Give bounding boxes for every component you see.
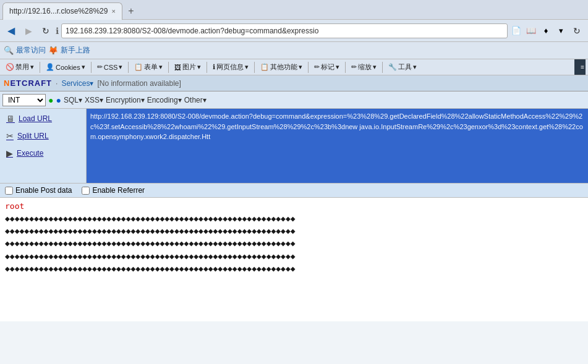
encoding-button[interactable]: Encoding▾ — [147, 96, 182, 104]
reader-view-icon[interactable]: 📖 — [525, 25, 537, 37]
encryption-button[interactable]: Encryption▾ — [106, 96, 145, 104]
other-label: 其他功能 — [270, 62, 297, 72]
binary-row: ◆◆◆◆◆◆◆◆◆◆◆◆◆◆◆◆◆◆◆◆◆◆◆◆◆◆◆◆◆◆◆◆◆◆◆◆◆◆◆◆… — [5, 263, 583, 274]
binary-row: ◆◆◆◆◆◆◆◆◆◆◆◆◆◆◆◆◆◆◆◆◆◆◆◆◆◆◆◆◆◆◆◆◆◆◆◆◆◆◆◆… — [5, 213, 583, 224]
cookies-chevron: ▾ — [82, 63, 85, 71]
url-input[interactable] — [61, 23, 508, 38]
bookmark-label: 标记 — [321, 62, 334, 72]
pageinfo-button[interactable]: ℹ 网页信息 ▾ — [210, 62, 252, 72]
toolbar-sep-3 — [128, 62, 129, 73]
images-chevron: ▾ — [197, 63, 201, 71]
netcraft-logo-craft: CRAFT — [22, 78, 52, 88]
other-int-button[interactable]: Other▾ — [184, 96, 207, 104]
cookies-label: Cookies — [56, 64, 80, 71]
netcraft-sep: · — [56, 79, 58, 88]
toolbar-overflow[interactable]: ≡ — [574, 59, 586, 75]
binary-row: ◆◆◆◆◆◆◆◆◆◆◆◆◆◆◆◆◆◆◆◆◆◆◆◆◆◆◆◆◆◆◆◆◆◆◆◆◆◆◆◆… — [5, 226, 583, 237]
images-button[interactable]: 🖼 图片 ▾ — [171, 62, 204, 72]
toolbar-sep-1 — [40, 62, 40, 73]
netcraft-logo-et: ET — [10, 78, 22, 88]
split-url-button[interactable]: ✂ Split URL — [2, 129, 83, 143]
bookmark-button[interactable]: ✏ 标记 ▾ — [311, 62, 343, 72]
binary-row: ◆◆◆◆◆◆◆◆◆◆◆◆◆◆◆◆◆◆◆◆◆◆◆◆◆◆◆◆◆◆◆◆◆◆◆◆◆◆◆◆… — [5, 251, 583, 262]
new-tab-button[interactable]: + — [122, 2, 140, 20]
most-visited-link[interactable]: 最常访问 — [16, 45, 46, 56]
bookmarks-bar: 🔍 最常访问 🦊 新手上路 — [0, 42, 588, 59]
refresh-button[interactable]: ↻ — [38, 23, 53, 38]
bookmark-icon: ✏ — [314, 63, 320, 71]
load-url-icon: 🖥 — [6, 114, 15, 124]
enable-post-label[interactable]: Enable Post data — [5, 186, 72, 195]
output-binary: ◆◆◆◆◆◆◆◆◆◆◆◆◆◆◆◆◆◆◆◆◆◆◆◆◆◆◆◆◆◆◆◆◆◆◆◆◆◆◆◆… — [5, 213, 583, 274]
other-icon: 📋 — [260, 63, 269, 71]
green-status-dot: ● — [48, 95, 53, 105]
netcraft-logo: NETCRAFT — [4, 78, 52, 88]
disable-label: 禁用 — [15, 62, 29, 72]
disable-chevron: ▾ — [30, 63, 34, 71]
sql-button[interactable]: SQL▾ — [64, 96, 82, 104]
search-bm-icon: 🔍 — [4, 46, 14, 55]
int-select[interactable]: INT GET POST — [2, 94, 46, 106]
netcraft-logo-net: N — [4, 78, 10, 88]
blue-status-dot: ● — [56, 95, 61, 105]
execute-button[interactable]: ▶ Execute — [2, 146, 83, 161]
zoom-label: 缩放 — [358, 62, 372, 72]
enable-post-checkbox[interactable] — [5, 187, 13, 195]
pageinfo-icon: ℹ — [213, 63, 215, 71]
enable-referrer-text: Enable Referrer — [92, 186, 145, 195]
enable-referrer-checkbox[interactable] — [82, 187, 90, 195]
tab-bar: http://192.16...r.close%28%29 × + — [0, 0, 588, 20]
tools-button[interactable]: 🔧 工具 ▾ — [385, 62, 420, 72]
split-url-label: Split URL — [17, 132, 49, 140]
forward-button[interactable]: ▶ — [21, 23, 36, 38]
toolbar-sep-8 — [345, 62, 346, 73]
bookmark-page-icon[interactable]: 📄 — [510, 25, 522, 37]
back-button[interactable]: ◀ — [4, 23, 19, 38]
forms-chevron: ▾ — [159, 63, 163, 71]
zoom-chevron: ▾ — [373, 63, 377, 71]
tab-title: http://192.16...r.close%28%29 — [9, 7, 108, 15]
toolbar-sep-2 — [91, 62, 92, 73]
load-url-label: Load URL — [19, 114, 52, 123]
dropdown-chevron-icon[interactable]: ▾ — [555, 25, 567, 37]
split-url-icon: ✂ — [6, 131, 14, 141]
post-data-row: Enable Post data Enable Referrer — [0, 183, 588, 198]
netcraft-bar: NETCRAFT · Services▾ [No information ava… — [0, 75, 588, 91]
address-actions: 📄 📖 ♦ ▾ ↻ — [510, 23, 584, 38]
reload-button[interactable]: ↻ — [569, 23, 584, 38]
url-display-text: http://192.168.239.129:8080/S2-008/devmo… — [90, 112, 583, 140]
cookies-button[interactable]: 👤 Cookies ▾ — [43, 62, 88, 72]
load-url-button[interactable]: 🖥 Load URL — [2, 111, 83, 126]
images-icon: 🖼 — [174, 64, 181, 71]
cookies-icon: 👤 — [46, 63, 54, 71]
netcraft-diamond-icon[interactable]: ♦ — [540, 25, 552, 37]
tab-close-button[interactable]: × — [111, 7, 115, 15]
other-button[interactable]: 📋 其他功能 ▾ — [257, 62, 305, 72]
main-toolbar: 🚫 禁用 ▾ 👤 Cookies ▾ ✏ CSS ▾ 📋 表单 ▾ 🖼 图片 ▾… — [0, 59, 588, 75]
forms-button[interactable]: 📋 表单 ▾ — [131, 62, 166, 72]
enable-referrer-label[interactable]: Enable Referrer — [82, 186, 145, 195]
zoom-button[interactable]: ✏ 缩放 ▾ — [348, 62, 380, 72]
other-chevron: ▾ — [299, 63, 302, 71]
xss-button[interactable]: XSS▾ — [85, 96, 103, 104]
bookmark-chevron: ▾ — [336, 63, 339, 71]
css-label: CSS — [104, 64, 118, 71]
browser-tab[interactable]: http://192.16...r.close%28%29 × — [2, 2, 122, 20]
execute-icon: ▶ — [6, 148, 13, 158]
css-button[interactable]: ✏ CSS ▾ — [94, 62, 126, 72]
netcraft-no-info: [No information available] — [97, 79, 181, 88]
disable-icon: 🚫 — [6, 63, 14, 71]
toolbar-sep-4 — [168, 62, 169, 73]
toolbar-sep-7 — [308, 62, 309, 73]
execute-label: Execute — [17, 149, 43, 158]
binary-row: ◆◆◆◆◆◆◆◆◆◆◆◆◆◆◆◆◆◆◆◆◆◆◆◆◆◆◆◆◆◆◆◆◆◆◆◆◆◆◆◆… — [5, 238, 583, 249]
sidebar: 🖥 Load URL ✂ Split URL ▶ Execute — [0, 109, 87, 183]
main-panel: 🖥 Load URL ✂ Split URL ▶ Execute http://… — [0, 109, 588, 183]
disable-button[interactable]: 🚫 禁用 ▾ — [2, 62, 37, 72]
css-icon: ✏ — [97, 63, 103, 71]
output-area: root ◆◆◆◆◆◆◆◆◆◆◆◆◆◆◆◆◆◆◆◆◆◆◆◆◆◆◆◆◆◆◆◆◆◆◆… — [0, 198, 588, 321]
zoom-icon: ✏ — [351, 63, 357, 71]
tools-chevron: ▾ — [413, 63, 417, 71]
beginner-link[interactable]: 新手上路 — [61, 45, 90, 56]
services-button[interactable]: Services▾ — [61, 79, 93, 88]
